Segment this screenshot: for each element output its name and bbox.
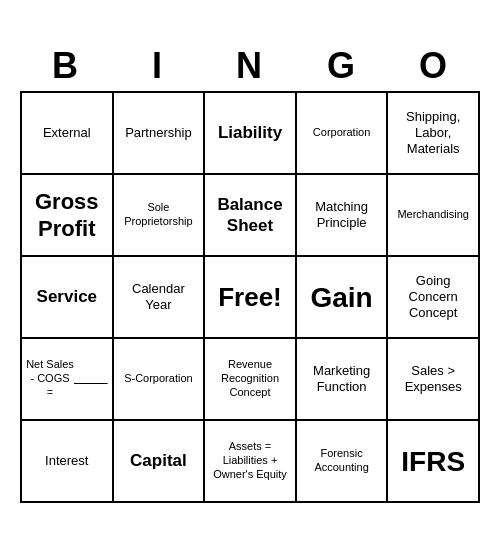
- bingo-cell: Shipping, Labor, Materials: [388, 93, 480, 175]
- bingo-card: BINGO ExternalPartnershipLiabilityCorpor…: [20, 41, 480, 503]
- bingo-cell: Net Sales - COGS =: [22, 339, 114, 421]
- header-letter: N: [204, 41, 296, 91]
- bingo-cell: Service: [22, 257, 114, 339]
- bingo-cell: External: [22, 93, 114, 175]
- bingo-cell: Corporation: [297, 93, 389, 175]
- bingo-cell: Liability: [205, 93, 297, 175]
- bingo-cell: Revenue Recognition Concept: [205, 339, 297, 421]
- bingo-cell: Forensic Accounting: [297, 421, 389, 503]
- bingo-cell: Merchandising: [388, 175, 480, 257]
- bingo-cell: Capital: [114, 421, 206, 503]
- header-letter: O: [388, 41, 480, 91]
- bingo-cell: Marketing Function: [297, 339, 389, 421]
- bingo-cell: Partnership: [114, 93, 206, 175]
- header-letter: G: [296, 41, 388, 91]
- header-letter: B: [20, 41, 112, 91]
- bingo-cell: S-Corporation: [114, 339, 206, 421]
- bingo-cell: Gross Profit: [22, 175, 114, 257]
- bingo-cell: Assets = Liabilities + Owner's Equity: [205, 421, 297, 503]
- bingo-header: BINGO: [20, 41, 480, 91]
- bingo-cell: Interest: [22, 421, 114, 503]
- bingo-cell: Going Concern Concept: [388, 257, 480, 339]
- bingo-cell: Balance Sheet: [205, 175, 297, 257]
- header-letter: I: [112, 41, 204, 91]
- bingo-cell: Free!: [205, 257, 297, 339]
- bingo-cell: Calendar Year: [114, 257, 206, 339]
- bingo-cell: Sole Proprietorship: [114, 175, 206, 257]
- bingo-cell: IFRS: [388, 421, 480, 503]
- bingo-cell: Sales > Expenses: [388, 339, 480, 421]
- bingo-cell: Matching Principle: [297, 175, 389, 257]
- bingo-cell: Gain: [297, 257, 389, 339]
- bingo-grid: ExternalPartnershipLiabilityCorporationS…: [20, 91, 480, 503]
